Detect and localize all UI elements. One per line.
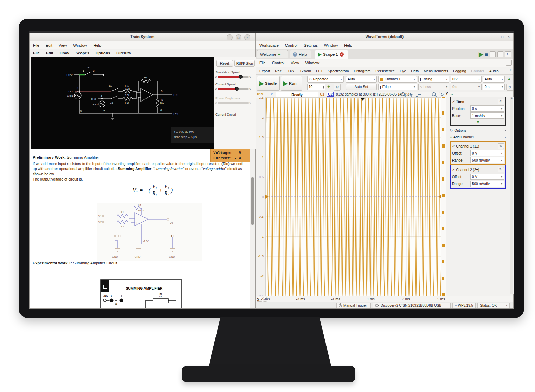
toolbar-item[interactable]: Eye: [400, 69, 406, 73]
close-button[interactable]: ×: [244, 34, 250, 40]
slider-knob[interactable]: [235, 87, 239, 91]
channel1-header[interactable]: ✓ Channel 1 (1±) ↻: [452, 143, 504, 150]
toolbar-item[interactable]: Audio: [489, 69, 499, 73]
app-menu-item[interactable]: File: [33, 51, 40, 55]
slider-left-arrow[interactable]: <: [215, 87, 217, 91]
c1-badge[interactable]: C1: [320, 92, 324, 96]
trigger-level-marker-right[interactable]: [438, 195, 441, 199]
y-axis-menu[interactable]: Y: [446, 92, 448, 96]
current-speed-slider[interactable]: < >: [215, 87, 251, 91]
status-ok-button[interactable]: Status: OK ▾: [477, 303, 510, 308]
toolbar-item[interactable]: +Zoom: [299, 69, 311, 73]
document-scrollbar[interactable]: [250, 149, 255, 308]
simulation-speed-slider[interactable]: < >: [215, 75, 251, 79]
checkbox-checked-icon[interactable]: ✓: [452, 100, 455, 104]
scope-menu-item[interactable]: File: [259, 61, 266, 65]
app-menu-item[interactable]: Scopes: [76, 51, 89, 55]
scrollbar-thumb[interactable]: [251, 177, 254, 225]
zoom-out-icon[interactable]: [432, 92, 437, 97]
holdoff-dropdown[interactable]: Auto ▾: [483, 76, 505, 83]
maximize-button[interactable]: □: [236, 34, 241, 40]
tab-help[interactable]: ? Help: [290, 50, 311, 58]
auto-set-button[interactable]: Auto Set: [346, 84, 377, 90]
manual-trigger-button[interactable]: Manual Trigger: [336, 303, 371, 308]
x-cursors-icon[interactable]: [416, 92, 421, 97]
plot-settings-icon[interactable]: ↻: [439, 92, 445, 98]
position-dropdown[interactable]: 0 s▾: [470, 105, 504, 112]
menu-item[interactable]: Settings: [304, 43, 318, 47]
close-button[interactable]: ×: [508, 35, 510, 39]
window-split-icon[interactable]: [497, 51, 503, 57]
scroll-up-icon[interactable]: ▲: [510, 97, 513, 99]
channel1-settings-icon[interactable]: ↻: [498, 143, 504, 149]
toolbar-item[interactable]: Data: [411, 69, 419, 73]
stop-all-button[interactable]: ■: [485, 52, 488, 57]
buffer-sync-icon[interactable]: ↻: [334, 84, 341, 91]
channel2-header[interactable]: ✓ Channel 2 (2±) ↻: [452, 166, 504, 173]
base-dropdown[interactable]: 1 ms/div▾: [470, 112, 504, 119]
channel-offset-marker-left[interactable]: [265, 195, 269, 199]
toolbar-item[interactable]: FFT: [316, 69, 323, 73]
toolbar-item[interactable]: Export: [259, 69, 270, 73]
version-button[interactable]: WF3.19.5: [452, 303, 476, 308]
y-cursors-icon[interactable]: [424, 92, 429, 97]
add-channel-row[interactable]: + Add Channel ▾: [450, 134, 506, 140]
circuit-canvas[interactable]: S1 1 +12V 2 3 TP1 1kHz S2 R1 10k TP2 4: [31, 57, 214, 149]
toolbar-item[interactable]: Measurements: [424, 69, 448, 73]
scope-menu-item[interactable]: View: [291, 61, 299, 65]
move-up-icon[interactable]: ▲: [507, 76, 511, 81]
maximize-button[interactable]: □: [501, 35, 503, 39]
wf-titlebar[interactable]: WaveForms (default) – □ ×: [256, 33, 513, 42]
add-buffer-icon[interactable]: +: [327, 84, 330, 90]
tab-scope-1[interactable]: ▶ Scope 1 ×: [315, 50, 348, 59]
tab-close-icon[interactable]: ×: [340, 52, 344, 57]
app-menu-item[interactable]: Options: [96, 51, 110, 55]
run-button[interactable]: ▶ Run: [281, 76, 302, 91]
slider-right-arrow[interactable]: >: [249, 75, 251, 79]
channel2-offset-dropdown[interactable]: 0 V▾: [470, 174, 504, 180]
toolbar-item[interactable]: Counter: [471, 69, 484, 73]
reset-button[interactable]: Reset: [216, 60, 233, 67]
checkbox-checked-icon[interactable]: ✓: [452, 144, 455, 148]
app-menu-item[interactable]: Circuits: [116, 51, 131, 55]
slider-knob[interactable]: [239, 75, 243, 79]
toolbar-item[interactable]: Persistence: [375, 69, 395, 73]
menu-item[interactable]: Help: [344, 43, 352, 47]
expand-down-icon[interactable]: ▼: [476, 119, 480, 124]
scope-menu-item[interactable]: Window: [305, 61, 319, 65]
checkbox-checked-icon[interactable]: ✓: [452, 168, 455, 172]
time-expand-row[interactable]: ▼: [452, 119, 504, 125]
menu-item[interactable]: Window: [73, 43, 87, 47]
train-titlebar[interactable]: Train System – □ ×: [30, 33, 255, 42]
menu-item[interactable]: Workspace: [259, 43, 279, 47]
trigger-time-marker[interactable]: [361, 98, 365, 101]
menu-item[interactable]: Edit: [46, 43, 52, 47]
scope-menu-item[interactable]: Control: [272, 61, 284, 65]
trigger-sync-icon[interactable]: ↻: [506, 84, 513, 91]
channel2-range-dropdown[interactable]: 500 mV/div▾: [470, 181, 504, 187]
toolbar-item[interactable]: +XY: [288, 69, 295, 73]
minimize-button[interactable]: –: [227, 34, 233, 40]
expand-chevron-icon[interactable]: >: [271, 92, 273, 96]
cursor-pointer-icon[interactable]: [408, 92, 414, 97]
time-settings-icon[interactable]: ↻: [498, 99, 504, 104]
spin-down-icon[interactable]: ▾: [323, 87, 324, 89]
menu-item[interactable]: Window: [324, 43, 338, 47]
holdoff2-dropdown[interactable]: 0 s ▾: [483, 84, 505, 90]
toolbar-item[interactable]: Logging: [453, 69, 466, 73]
toolbar-item[interactable]: Rec.: [275, 69, 283, 73]
app-menu-item[interactable]: Draw: [60, 51, 69, 55]
menu-item[interactable]: View: [59, 43, 67, 47]
trigger-level-dropdown[interactable]: 0 V ▾: [451, 76, 482, 83]
channel1-range-dropdown[interactable]: 500 mV/div▾: [470, 157, 504, 163]
menu-item[interactable]: Control: [285, 43, 297, 47]
channel1-offset-dropdown[interactable]: 0 V▾: [470, 150, 504, 156]
trigger-condition-dropdown[interactable]: ∫ Rising ▾: [418, 76, 449, 83]
trigger-source-dropdown[interactable]: Channel 1 ▾: [378, 76, 417, 83]
dock-icon[interactable]: [506, 60, 512, 66]
tab-welcome[interactable]: Welcome +: [257, 50, 288, 58]
autorange-dropdown[interactable]: Auto ▾: [346, 76, 377, 83]
channel2-settings-icon[interactable]: ↻: [498, 167, 504, 172]
run-all-button[interactable]: ▶: [479, 51, 483, 58]
toolbar-item[interactable]: Spectrogram: [328, 69, 349, 73]
